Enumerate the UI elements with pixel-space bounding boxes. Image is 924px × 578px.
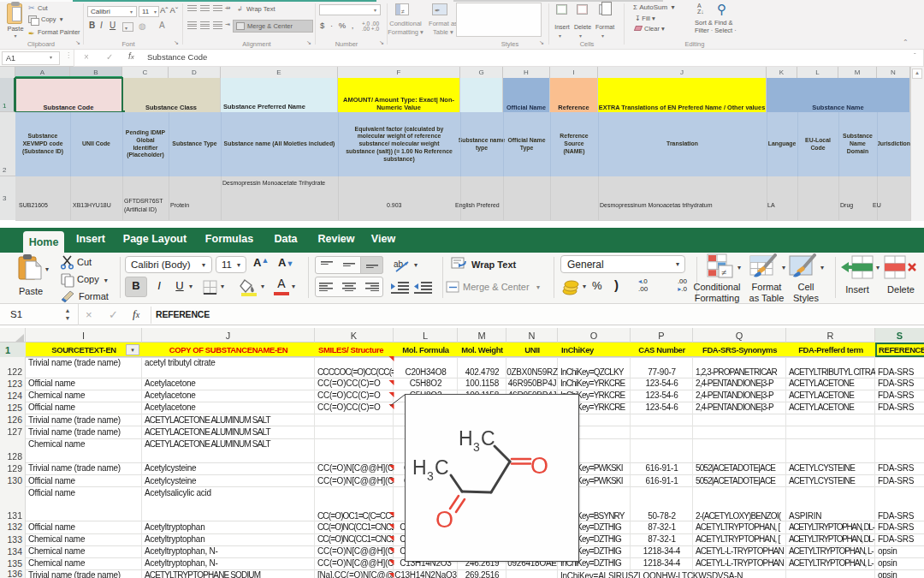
svg-text:H: H xyxy=(412,456,427,479)
svg-text:O: O xyxy=(530,453,548,479)
svg-text:≠: ≠ xyxy=(721,267,726,277)
svg-text:H: H xyxy=(459,427,473,450)
svg-text:C: C xyxy=(435,456,449,479)
svg-text:O: O xyxy=(435,507,453,533)
svg-text:3: 3 xyxy=(473,440,480,454)
svg-text:3: 3 xyxy=(427,469,434,483)
svg-text:C: C xyxy=(481,427,495,450)
